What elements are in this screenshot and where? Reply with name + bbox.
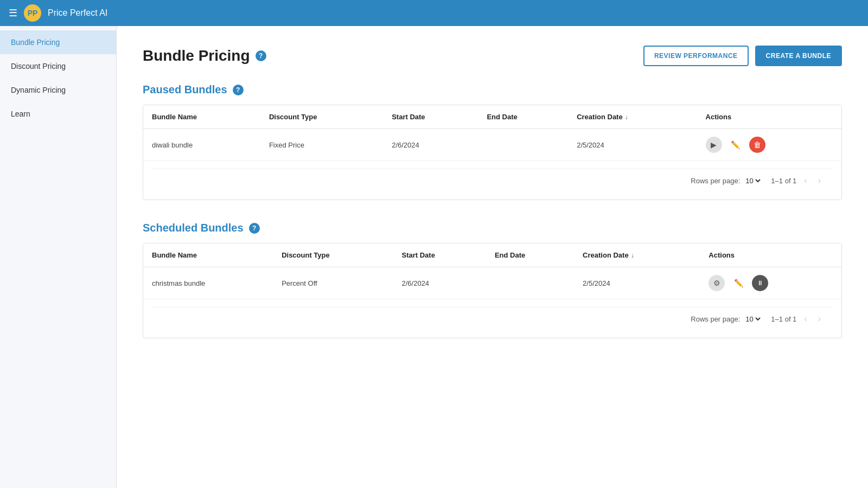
sidebar-item-discount-pricing[interactable]: Discount Pricing [0,54,116,78]
paused-section-title-row: Paused Bundles ? [143,84,842,96]
scheduled-rows-per-page-select[interactable]: 10 25 50 [743,314,762,324]
page-title-row: Bundle Pricing ? [143,47,266,65]
page-title-help-icon[interactable]: ? [256,50,266,61]
paused-col-discount-type: Discount Type [260,105,383,129]
layout: Bundle Pricing Discount Pricing Dynamic … [0,26,868,488]
scheduled-col-discount-type: Discount Type [273,243,393,267]
scheduled-bundles-section: Scheduled Bundles ? Bundle Name Discount… [143,222,842,338]
menu-icon[interactable]: ☰ [9,7,17,19]
paused-next-page-button[interactable]: › [815,175,824,187]
settings-icon[interactable]: ⚙ [709,275,725,291]
scheduled-row-0-end-date [486,267,574,299]
paused-prev-page-button[interactable]: ‹ [801,175,810,187]
paused-col-start-date: Start Date [383,105,478,129]
scheduled-table-header-row: Bundle Name Discount Type Start Date End… [143,243,841,267]
scheduled-rows-per-page: Rows per page: 10 25 50 [691,314,762,324]
scheduled-bundles-table: Bundle Name Discount Type Start Date End… [143,243,841,338]
paused-col-actions: Actions [697,105,841,129]
scheduled-pagination-row: Rows per page: 10 25 50 1–1 of 1 [143,299,841,338]
sidebar-item-bundle-pricing[interactable]: Bundle Pricing [0,30,116,54]
paused-page-nav: 1–1 of 1 ‹ › [771,175,824,187]
paused-rows-per-page: Rows per page: 10 25 50 [691,176,762,185]
paused-col-creation-date[interactable]: Creation Date ↓ [568,105,697,129]
scheduled-creation-date-sort-icon: ↓ [631,252,634,259]
scheduled-col-actions: Actions [700,243,841,267]
table-row: christmas bundle Percent Off 2/6/2024 2/… [143,267,841,299]
main-content: Bundle Pricing ? REVIEW PERFORMANCE CREA… [117,26,868,488]
paused-section-title: Paused Bundles [143,84,227,96]
scheduled-row-0-creation-date: 2/5/2024 [574,267,700,299]
scheduled-row-0-bundle-name: christmas bundle [143,267,273,299]
app-title: Price Perfect AI [48,8,107,18]
sidebar-item-learn[interactable]: Learn [0,102,116,126]
scheduled-row-0-start-date: 2/6/2024 [393,267,486,299]
scheduled-section-help-icon[interactable]: ? [249,223,260,234]
review-performance-button[interactable]: REVIEW PERFORMANCE [643,46,749,66]
paused-pagination-row: Rows per page: 10 25 50 1–1 of 1 [143,161,841,200]
table-row: diwali bundle Fixed Price 2/6/2024 2/5/2… [143,129,841,161]
scheduled-prev-page-button[interactable]: ‹ [801,313,810,325]
scheduled-section-title-row: Scheduled Bundles ? [143,222,842,234]
delete-icon[interactable]: 🗑 [749,137,765,153]
paused-creation-date-sort-icon: ↓ [625,113,628,121]
scheduled-section-title: Scheduled Bundles [143,222,244,234]
paused-bundles-table-container: Bundle Name Discount Type Start Date End… [143,105,842,200]
scheduled-col-bundle-name: Bundle Name [143,243,273,267]
edit-icon[interactable]: ✏️ [727,137,744,153]
header-buttons: REVIEW PERFORMANCE CREATE A BUNDLE [643,46,842,66]
paused-row-0-start-date: 2/6/2024 [383,129,478,161]
scheduled-next-page-button[interactable]: › [815,313,824,325]
paused-page-info: 1–1 of 1 [771,177,796,185]
pause-icon[interactable]: ⏸ [752,275,768,291]
scheduled-row-0-discount-type: Percent Off [273,267,393,299]
scheduled-col-start-date: Start Date [393,243,486,267]
create-bundle-button[interactable]: CREATE A BUNDLE [755,46,842,66]
paused-col-end-date: End Date [478,105,568,129]
page-title: Bundle Pricing [143,47,250,65]
paused-row-0-discount-type: Fixed Price [260,129,383,161]
scheduled-page-nav: 1–1 of 1 ‹ › [771,313,824,325]
sidebar: Bundle Pricing Discount Pricing Dynamic … [0,26,117,488]
scheduled-col-end-date: End Date [486,243,574,267]
paused-table-header-row: Bundle Name Discount Type Start Date End… [143,105,841,129]
paused-row-0-bundle-name: diwali bundle [143,129,260,161]
paused-row-0-actions: ▶ ✏️ 🗑 [697,129,841,161]
paused-rows-per-page-select[interactable]: 10 25 50 [743,176,762,185]
paused-row-0-creation-date: 2/5/2024 [568,129,697,161]
edit-icon[interactable]: ✏️ [730,275,746,291]
scheduled-bundles-table-container: Bundle Name Discount Type Start Date End… [143,243,842,338]
paused-bundles-table: Bundle Name Discount Type Start Date End… [143,105,841,200]
scheduled-row-0-actions: ⚙ ✏️ ⏸ [700,267,841,299]
topbar: ☰ PP Price Perfect AI [0,0,868,26]
paused-col-bundle-name: Bundle Name [143,105,260,129]
page-header: Bundle Pricing ? REVIEW PERFORMANCE CREA… [143,46,842,66]
play-icon[interactable]: ▶ [706,137,722,153]
sidebar-item-dynamic-pricing[interactable]: Dynamic Pricing [0,78,116,102]
paused-row-0-end-date [478,129,568,161]
paused-section-help-icon[interactable]: ? [233,85,244,95]
paused-bundles-section: Paused Bundles ? Bundle Name Discount Ty… [143,84,842,200]
scheduled-col-creation-date[interactable]: Creation Date ↓ [574,243,700,267]
app-logo: PP [24,4,41,22]
scheduled-page-info: 1–1 of 1 [771,315,796,323]
